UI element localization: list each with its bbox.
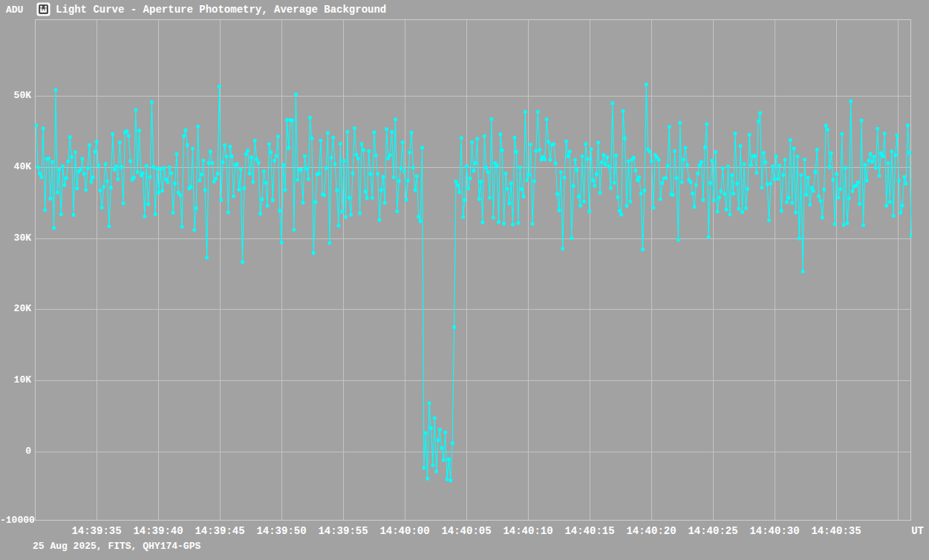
x-tick-label: 14:40:20 bbox=[620, 525, 682, 537]
y-tick-label: 20K bbox=[0, 303, 31, 315]
y-tick-label: 50K bbox=[0, 90, 31, 102]
x-tick-label: 14:40:35 bbox=[805, 525, 867, 537]
x-axis-unit-label: UT bbox=[904, 525, 924, 537]
grid bbox=[36, 20, 910, 520]
x-tick-label: 14:39:50 bbox=[250, 525, 313, 537]
x-tick-label: 14:40:30 bbox=[743, 525, 806, 537]
plot-frame bbox=[36, 20, 911, 521]
y-tick-label: 30K bbox=[0, 232, 31, 244]
light-curve-line bbox=[36, 85, 912, 481]
x-tick-label: 14:40:25 bbox=[682, 525, 744, 537]
tangra-app-icon bbox=[36, 2, 50, 16]
x-tick-label: 14:40:15 bbox=[558, 525, 621, 537]
y-axis-unit-label: ADU bbox=[6, 4, 23, 16]
chart-title: Light Curve - Aperture Photometry, Avera… bbox=[56, 4, 386, 16]
recording-info: 25 Aug 2025, FITS, QHY174-GPS bbox=[33, 541, 201, 553]
y-tick-label: 40K bbox=[0, 161, 31, 173]
light-curve-plot[interactable] bbox=[35, 19, 912, 521]
x-tick-label: 14:40:00 bbox=[374, 525, 436, 537]
light-curve-points bbox=[35, 82, 912, 482]
y-tick-label: 0 bbox=[0, 446, 31, 458]
x-tick-label: 14:39:55 bbox=[312, 525, 374, 537]
x-tick-label: 14:39:35 bbox=[65, 525, 128, 537]
x-tick-label: 14:39:45 bbox=[189, 525, 251, 537]
x-tick-label: 14:40:10 bbox=[497, 525, 559, 537]
y-tick-label: -10000 bbox=[0, 515, 31, 527]
y-tick-label: 10K bbox=[0, 374, 31, 386]
x-tick-label: 14:39:40 bbox=[127, 525, 189, 537]
x-tick-label: 14:40:05 bbox=[435, 525, 498, 537]
